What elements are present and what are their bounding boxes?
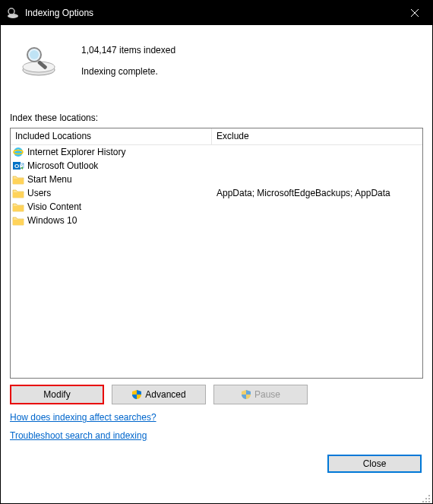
- resize-grip[interactable]: [420, 493, 431, 503]
- content-area: 1,04,147 items indexed Indexing complete…: [1, 25, 432, 504]
- app-icon: [7, 7, 19, 19]
- folder-icon: [12, 214, 24, 227]
- shield-icon: [131, 389, 142, 400]
- folder-icon: [12, 201, 24, 213]
- advanced-label: Advanced: [145, 389, 185, 400]
- button-row: Modify Advanced Pause: [10, 385, 423, 404]
- modify-label: Modify: [43, 389, 70, 400]
- status-row: 1,04,147 items indexed Indexing complete…: [10, 41, 423, 78]
- pause-button: Pause: [213, 385, 308, 404]
- shield-icon: [241, 389, 251, 400]
- close-label: Close: [363, 458, 387, 469]
- svg-point-24: [428, 501, 430, 502]
- svg-point-22: [422, 501, 424, 502]
- advanced-button[interactable]: Advanced: [112, 385, 206, 404]
- svg-point-20: [425, 498, 427, 499]
- svg-rect-18: [13, 220, 24, 225]
- outlook-icon: O: [12, 160, 24, 172]
- svg-point-8: [30, 50, 39, 59]
- item-name: Microsoft Outlook: [27, 160, 212, 171]
- list-item[interactable]: O Microsoft Outlook: [11, 159, 422, 173]
- list-item[interactable]: Windows 10: [11, 214, 422, 227]
- titlebar: Indexing Options: [1, 1, 432, 25]
- items-indexed: 1,04,147 items indexed: [81, 45, 175, 55]
- link-how-indexing[interactable]: How does indexing affect searches?: [10, 412, 423, 423]
- svg-rect-17: [13, 206, 24, 211]
- section-label: Index these locations:: [10, 113, 423, 123]
- svg-point-23: [425, 501, 427, 502]
- locations-list: Included Locations Exclude Internet Expl…: [10, 128, 423, 379]
- item-name: Users: [27, 188, 212, 198]
- svg-text:O: O: [14, 163, 19, 170]
- folder-icon: [12, 187, 24, 199]
- svg-point-19: [428, 495, 430, 496]
- close-button[interactable]: Close: [327, 455, 422, 473]
- svg-rect-16: [13, 192, 24, 198]
- list-header: Included Locations Exclude: [11, 128, 422, 145]
- item-name: Windows 10: [27, 215, 212, 226]
- indexing-state: Indexing complete.: [81, 66, 175, 77]
- link-troubleshoot[interactable]: Troubleshoot search and indexing: [10, 430, 423, 441]
- status-text: 1,04,147 items indexed Indexing complete…: [81, 41, 175, 78]
- item-exclude: AppData; MicrosoftEdgeBackups; AppData: [212, 188, 422, 198]
- help-links: How does indexing affect searches? Troub…: [10, 412, 423, 441]
- pause-label: Pause: [254, 389, 280, 400]
- ie-icon: [12, 146, 24, 158]
- column-included[interactable]: Included Locations: [11, 128, 212, 144]
- svg-rect-15: [13, 179, 24, 184]
- item-name: Start Menu: [27, 174, 212, 185]
- item-name: Internet Explorer History: [27, 147, 212, 157]
- bottom-row: Close: [10, 455, 423, 473]
- item-name: Visio Content: [27, 201, 212, 212]
- list-item[interactable]: Users AppData; MicrosoftEdgeBackups; App…: [11, 186, 422, 200]
- folder-icon: [12, 173, 24, 185]
- list-body: Internet Explorer History O Microsoft Ou…: [11, 145, 422, 378]
- svg-point-1: [8, 8, 14, 14]
- indexer-icon: [21, 41, 57, 78]
- column-exclude[interactable]: Exclude: [212, 128, 422, 144]
- close-icon[interactable]: [397, 1, 432, 25]
- window-title: Indexing Options: [25, 8, 397, 18]
- svg-point-10: [14, 147, 23, 157]
- svg-point-21: [428, 498, 430, 499]
- modify-button[interactable]: Modify: [10, 385, 104, 404]
- list-item[interactable]: Visio Content: [11, 200, 422, 214]
- list-item[interactable]: Start Menu: [11, 173, 422, 186]
- list-item[interactable]: Internet Explorer History: [11, 145, 422, 159]
